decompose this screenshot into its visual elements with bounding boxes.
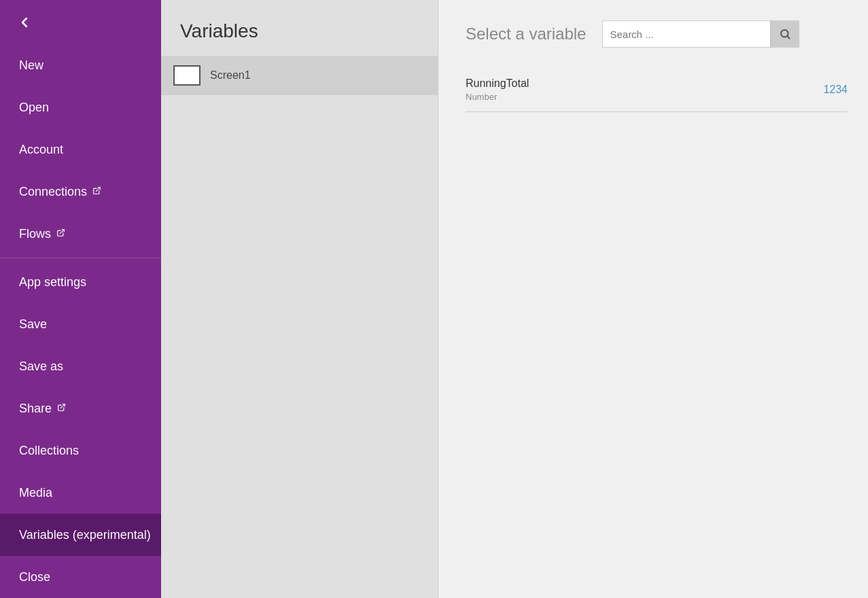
- sidebar-nav: NewOpenAccountConnectionsFlowsApp settin…: [0, 44, 161, 598]
- variable-info: RunningTotalNumber: [466, 77, 529, 102]
- select-variable-label: Select a variable: [466, 24, 586, 43]
- screen-label: Screen1: [210, 69, 251, 82]
- right-panel: Select a variable RunningTotalNumber1234: [438, 0, 868, 598]
- sidebar-item-label-variables: Variables (experimental): [19, 528, 151, 542]
- screen-item[interactable]: Screen1: [161, 56, 438, 95]
- variable-name: RunningTotal: [466, 77, 529, 90]
- sidebar-item-label-account: Account: [19, 143, 63, 157]
- sidebar-item-open[interactable]: Open: [0, 86, 161, 128]
- sidebar-item-label-connections: Connections: [19, 185, 87, 199]
- sidebar-item-save-as[interactable]: Save as: [0, 345, 161, 387]
- right-header: Select a variable: [466, 20, 848, 48]
- sidebar-item-label-collections: Collections: [19, 444, 79, 458]
- search-input[interactable]: [603, 29, 770, 40]
- external-link-icon-flows: [56, 228, 65, 239]
- sidebar-item-label-app-settings: App settings: [19, 275, 86, 289]
- svg-line-1: [60, 230, 64, 234]
- svg-line-0: [96, 188, 100, 192]
- sidebar-item-save[interactable]: Save: [0, 303, 161, 345]
- svg-line-2: [60, 404, 65, 408]
- sidebar-item-connections[interactable]: Connections: [0, 171, 161, 213]
- external-link-icon-connections: [92, 186, 101, 197]
- variable-type: Number: [466, 92, 529, 102]
- sidebar-item-label-media: Media: [19, 486, 52, 500]
- variable-row[interactable]: RunningTotalNumber1234: [466, 68, 848, 112]
- middle-panel: Variables Screen1: [161, 0, 438, 598]
- sidebar-item-label-save: Save: [19, 317, 47, 332]
- sidebar-item-variables[interactable]: Variables (experimental): [0, 514, 161, 556]
- sidebar: NewOpenAccountConnectionsFlowsApp settin…: [0, 0, 161, 598]
- back-arrow-icon: [16, 14, 33, 31]
- variable-value: 1234: [823, 84, 848, 96]
- sidebar-item-app-settings[interactable]: App settings: [0, 261, 161, 303]
- sidebar-item-label-open: Open: [19, 101, 49, 115]
- sidebar-item-label-new: New: [19, 58, 44, 73]
- sidebar-divider: [0, 258, 161, 258]
- screen-thumbnail-icon: [173, 65, 201, 86]
- sidebar-item-close[interactable]: Close: [0, 556, 161, 598]
- svg-line-4: [787, 36, 789, 38]
- sidebar-item-new[interactable]: New: [0, 44, 161, 86]
- sidebar-item-account[interactable]: Account: [0, 128, 161, 171]
- search-button[interactable]: [770, 20, 799, 48]
- search-box: [602, 20, 799, 48]
- sidebar-item-flows[interactable]: Flows: [0, 213, 161, 255]
- sidebar-item-collections[interactable]: Collections: [0, 429, 161, 472]
- search-icon: [779, 28, 791, 40]
- sidebar-item-label-flows: Flows: [19, 227, 51, 241]
- sidebar-item-share[interactable]: Share: [0, 387, 161, 429]
- page-title: Variables: [161, 0, 438, 56]
- variables-list: RunningTotalNumber1234: [466, 68, 848, 112]
- external-link-icon-share: [57, 403, 66, 414]
- sidebar-item-label-save-as: Save as: [19, 359, 63, 374]
- sidebar-item-media[interactable]: Media: [0, 472, 161, 514]
- sidebar-item-label-share: Share: [19, 402, 52, 416]
- sidebar-item-label-close: Close: [19, 570, 50, 584]
- back-button[interactable]: [0, 0, 161, 44]
